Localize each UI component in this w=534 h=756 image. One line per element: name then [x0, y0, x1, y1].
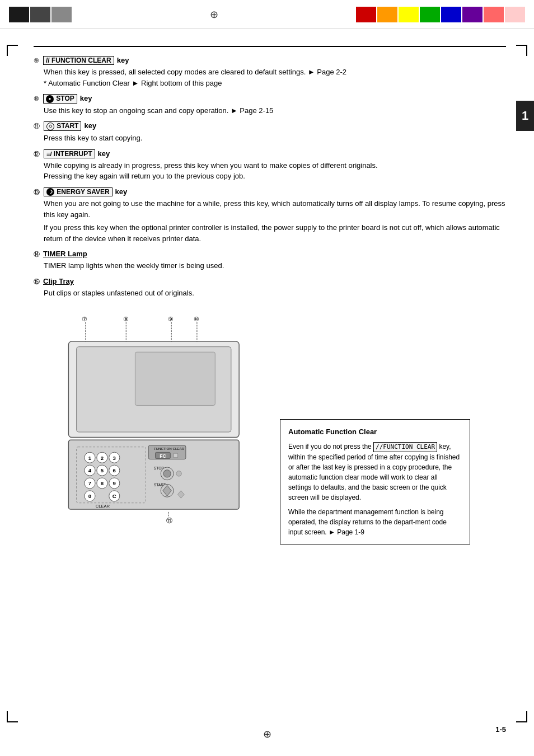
- section-15-header: ⑮ Clip Tray: [34, 277, 506, 286]
- svg-text:4: 4: [88, 468, 92, 474]
- color-block-dark: [30, 7, 50, 22]
- section-13-num: ⑬: [34, 188, 40, 196]
- section-14-num: ⑭: [34, 250, 40, 259]
- svg-text:0: 0: [88, 494, 91, 500]
- section-9-num: ⑨: [34, 57, 39, 64]
- bottom-crosshair: ⊕: [263, 728, 271, 740]
- section-12-body: While copying is already in progress, pr…: [34, 160, 506, 182]
- svg-text:2: 2: [101, 455, 104, 461]
- label-11: ⑪: [166, 517, 172, 524]
- section-13-header: ⑬ ☽ ENERGY SAVER key: [34, 187, 506, 197]
- afc-box-container: Automatic Function Clear Even if you do …: [280, 309, 506, 544]
- section-12-key-suffix: key: [98, 149, 110, 158]
- label-8: ⑧: [123, 316, 129, 322]
- function-clear-label: FUNCTION CLEAR: [51, 57, 111, 64]
- top-rule: [34, 46, 506, 47]
- svg-rect-6: [135, 353, 215, 406]
- section-10: ⑩ ● STOP key Use this key to stop an ong…: [34, 94, 506, 116]
- section-9-line1: When this key is pressed, all selected c…: [44, 67, 506, 78]
- section-11-num: ⑪: [34, 122, 40, 130]
- afc-text-1: Even if you do not press the //FUNCTION …: [288, 442, 462, 503]
- afc-box: Automatic Function Clear Even if you do …: [280, 419, 470, 544]
- timer-lamp-label: TIMER Lamp: [43, 250, 87, 258]
- start-icon: ◇: [46, 123, 54, 130]
- section-13-body: When you are not going to use the machin…: [34, 198, 506, 244]
- top-bar: [0, 0, 534, 29]
- color-blocks-right: [356, 7, 525, 22]
- section-9-key-suffix: key: [117, 56, 129, 64]
- diagram-area: ⑦ ⑧ ⑨ ⑩: [34, 309, 506, 544]
- section-9-header: ⑨ // FUNCTION CLEAR key: [34, 56, 506, 65]
- svg-text:C: C: [113, 494, 116, 500]
- color-block-orange: [377, 7, 397, 22]
- svg-text:CLEAR: CLEAR: [96, 504, 110, 509]
- svg-text:FUNCTION CLEAR: FUNCTION CLEAR: [154, 447, 185, 451]
- chapter-tab: 1: [516, 101, 534, 131]
- reg-mark-left-top: [7, 45, 18, 56]
- inline-key-fc: //FUNCTION CLEAR: [373, 442, 437, 453]
- copier-svg: ⑦ ⑧ ⑨ ⑩: [34, 309, 269, 533]
- svg-text:9: 9: [113, 481, 116, 487]
- svg-text:3: 3: [113, 455, 116, 461]
- color-block-gray: [51, 7, 72, 22]
- color-block-lightpink: [505, 7, 525, 22]
- section-14-body: TIMER lamp lights when the weekly timer …: [34, 260, 506, 271]
- label-9: ⑨: [168, 316, 174, 322]
- page-number: 1-5: [495, 725, 506, 734]
- svg-text:FC: FC: [160, 453, 166, 459]
- section-12-header: ⑫ ≡/ INTERRUPT key: [34, 149, 506, 158]
- color-block-red: [356, 7, 376, 22]
- section-10-num: ⑩: [34, 95, 39, 102]
- section-15-line1: Put clips or staples unfastened out of o…: [44, 288, 506, 299]
- section-13-key-suffix: key: [115, 187, 128, 196]
- section-13-line2: If you press this key when the optional …: [44, 222, 506, 244]
- svg-rect-36: [174, 454, 178, 458]
- energy-saver-key: ☽ ENERGY SAVER: [44, 187, 113, 197]
- section-12-line1: While copying is already in progress, pr…: [44, 160, 506, 171]
- color-block-yellow: [399, 7, 419, 22]
- stop-icon: ●: [46, 95, 54, 103]
- section-9-body: When this key is pressed, all selected c…: [34, 67, 506, 88]
- stop-key: ● STOP: [43, 94, 77, 104]
- energy-icon: ☽: [46, 188, 54, 196]
- svg-point-40: [176, 471, 182, 477]
- svg-point-39: [163, 470, 171, 477]
- function-clear-key: // FUNCTION CLEAR: [43, 56, 114, 65]
- stop-label: STOP: [56, 95, 74, 102]
- clip-tray-label: Clip Tray: [43, 277, 74, 285]
- section-9-line2: * Automatic Function Clear ► Right botto…: [44, 78, 506, 89]
- section-10-key-suffix: key: [80, 94, 92, 102]
- interrupt-key: ≡/ INTERRUPT: [44, 149, 95, 158]
- main-content: ⑨ // FUNCTION CLEAR key When this key is…: [0, 35, 534, 556]
- section-14-header: ⑭ TIMER Lamp: [34, 250, 506, 259]
- section-10-header: ⑩ ● STOP key: [34, 94, 506, 104]
- afc-text-2: While the department management function…: [288, 507, 462, 537]
- section-14-line1: TIMER lamp lights when the weekly timer …: [44, 260, 506, 271]
- start-key: ◇ START: [44, 121, 81, 131]
- svg-text:7: 7: [88, 481, 91, 487]
- color-block-blue: [441, 7, 461, 22]
- section-11-body: Press this key to start copying.: [34, 133, 506, 144]
- section-11-line1: Press this key to start copying.: [44, 133, 506, 144]
- top-crosshair: [208, 9, 219, 20]
- interrupt-icon: ≡/: [46, 151, 51, 157]
- section-15-body: Put clips or staples unfastened out of o…: [34, 288, 506, 299]
- svg-text:1: 1: [88, 455, 92, 461]
- color-blocks-left: [9, 7, 72, 22]
- reg-mark-right-top: [516, 45, 527, 56]
- section-12: ⑫ ≡/ INTERRUPT key While copying is alre…: [34, 149, 506, 182]
- section-12-line2: Pressing the key again will return you t…: [44, 171, 506, 182]
- color-block-black: [9, 7, 29, 22]
- section-15-num: ⑮: [34, 278, 40, 286]
- label-10: ⑩: [194, 316, 199, 322]
- section-11-key-suffix: key: [84, 121, 96, 130]
- afc-title: Automatic Function Clear: [288, 426, 462, 438]
- reg-mark-right-bottom: [516, 711, 527, 722]
- label-7: ⑦: [82, 316, 87, 322]
- section-11: ⑪ ◇ START key Press this key to start co…: [34, 121, 506, 143]
- reg-mark-left-bottom: [7, 711, 18, 722]
- section-12-num: ⑫: [34, 150, 40, 158]
- start-label: START: [57, 122, 78, 130]
- svg-text:5: 5: [101, 468, 104, 474]
- energy-saver-label: ENERGY SAVER: [57, 188, 109, 196]
